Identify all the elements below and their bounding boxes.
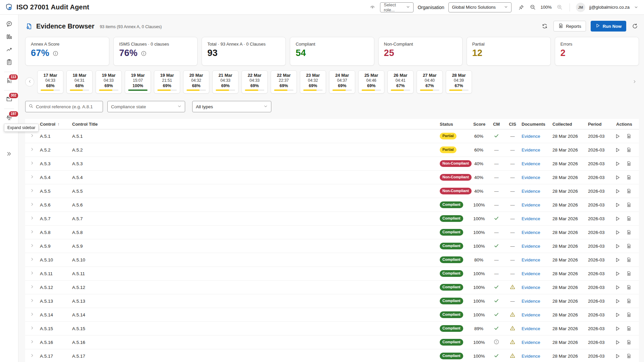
expand-row-icon[interactable] xyxy=(30,175,34,179)
timeline-card[interactable]: 22 Mar04:3369% xyxy=(241,70,268,94)
row-report-icon[interactable] xyxy=(626,230,632,235)
sidebar-item-dashboard[interactable] xyxy=(2,31,16,43)
expand-sidebar-button[interactable] xyxy=(2,148,16,160)
evidence-link[interactable]: Evidence xyxy=(522,257,540,262)
sidebar-item-evidence[interactable]: 113 xyxy=(2,75,16,87)
run-control-icon[interactable] xyxy=(615,133,621,139)
sidebar-item-trends[interactable] xyxy=(2,44,16,56)
row-report-icon[interactable] xyxy=(626,133,632,139)
column-header-period[interactable]: Period xyxy=(587,122,612,127)
expand-row-icon[interactable] xyxy=(30,161,34,165)
zoom-out-icon[interactable] xyxy=(529,3,537,11)
type-filter-select[interactable]: All types xyxy=(192,101,271,112)
evidence-link[interactable]: Evidence xyxy=(522,271,540,276)
run-control-icon[interactable] xyxy=(615,271,621,277)
run-control-icon[interactable] xyxy=(615,216,621,222)
run-control-icon[interactable] xyxy=(615,257,621,263)
row-report-icon[interactable] xyxy=(626,216,632,221)
expand-row-icon[interactable] xyxy=(30,312,34,316)
evidence-link[interactable]: Evidence xyxy=(522,340,540,345)
timeline-prev-button[interactable] xyxy=(25,77,34,86)
row-report-icon[interactable] xyxy=(626,243,632,249)
evidence-link[interactable]: Evidence xyxy=(522,202,540,207)
run-control-icon[interactable] xyxy=(615,161,621,167)
run-now-button[interactable]: Run Now xyxy=(591,21,626,32)
expand-row-icon[interactable] xyxy=(30,326,34,330)
control-search-input[interactable] xyxy=(36,104,100,109)
expand-row-icon[interactable] xyxy=(30,353,34,358)
row-report-icon[interactable] xyxy=(626,147,632,153)
timeline-card[interactable]: 22 Mar22:3769% xyxy=(271,70,297,94)
row-report-icon[interactable] xyxy=(626,202,632,207)
evidence-link[interactable]: Evidence xyxy=(522,230,540,235)
timeline-next-button[interactable] xyxy=(630,77,639,86)
run-control-icon[interactable] xyxy=(615,188,621,194)
sidebar-item-compliance[interactable]: 197 xyxy=(2,112,16,124)
run-control-icon[interactable] xyxy=(615,298,621,304)
sidebar-item-checklist[interactable] xyxy=(2,57,16,69)
row-report-icon[interactable] xyxy=(626,340,632,345)
timeline-card[interactable]: 19 Mar21:5169% xyxy=(154,70,180,94)
row-report-icon[interactable] xyxy=(626,326,632,331)
expand-row-icon[interactable] xyxy=(30,202,34,206)
timeline-card[interactable]: 25 Mar04:4669% xyxy=(358,70,384,94)
row-report-icon[interactable] xyxy=(626,312,632,317)
compliance-state-select[interactable]: Compliance state xyxy=(107,101,185,112)
organisation-select[interactable]: Global Micro Solutions xyxy=(448,2,512,12)
run-control-icon[interactable] xyxy=(615,340,621,345)
run-control-icon[interactable] xyxy=(615,202,621,208)
info-icon[interactable] xyxy=(53,51,58,56)
timeline-card[interactable]: 21 Mar04:3369% xyxy=(212,70,238,94)
run-control-icon[interactable] xyxy=(615,147,621,153)
info-icon[interactable] xyxy=(141,51,147,56)
evidence-link[interactable]: Evidence xyxy=(522,244,540,249)
evidence-link[interactable]: Evidence xyxy=(522,216,540,221)
expand-row-icon[interactable] xyxy=(30,133,34,138)
timeline-card[interactable]: 19 Mar04:3369% xyxy=(96,70,122,94)
row-report-icon[interactable] xyxy=(626,271,632,276)
evidence-link[interactable]: Evidence xyxy=(522,147,540,153)
avatar[interactable]: JM xyxy=(576,3,585,12)
timeline-card[interactable]: 24 Mar04:3769% xyxy=(329,70,355,94)
timeline-card[interactable]: 20 Mar04:3268% xyxy=(183,70,209,94)
evidence-link[interactable]: Evidence xyxy=(522,134,540,139)
timeline-card[interactable]: 17 Mar04:3368% xyxy=(37,70,63,94)
column-header-status[interactable]: Status xyxy=(438,122,472,127)
timeline-card[interactable]: 18 Mar04:3168% xyxy=(66,70,93,94)
run-control-icon[interactable] xyxy=(615,230,621,235)
run-control-icon[interactable] xyxy=(615,175,621,180)
run-control-icon[interactable] xyxy=(615,285,621,290)
expand-row-icon[interactable] xyxy=(30,340,34,344)
pin-icon[interactable] xyxy=(518,4,525,11)
evidence-link[interactable]: Evidence xyxy=(522,326,540,331)
expand-row-icon[interactable] xyxy=(30,216,34,220)
run-control-icon[interactable] xyxy=(615,353,621,359)
zoom-in-icon[interactable] xyxy=(556,3,564,11)
timeline-card[interactable]: 23 Mar04:3269% xyxy=(300,70,326,94)
column-header-control-title[interactable]: Control Title xyxy=(71,122,438,127)
row-report-icon[interactable] xyxy=(626,175,632,180)
reports-button[interactable]: Reports xyxy=(553,21,586,32)
timeline-card[interactable]: 28 Mar04:3967% xyxy=(446,70,472,94)
expand-row-icon[interactable] xyxy=(30,147,34,152)
sidebar-item-chat[interactable] xyxy=(2,18,16,31)
evidence-link[interactable]: Evidence xyxy=(522,161,540,166)
expand-row-icon[interactable] xyxy=(30,271,34,275)
evidence-link[interactable]: Evidence xyxy=(522,175,540,180)
evidence-link[interactable]: Evidence xyxy=(522,312,540,317)
column-header-score[interactable]: Score xyxy=(472,122,488,127)
evidence-link[interactable]: Evidence xyxy=(522,354,540,359)
row-report-icon[interactable] xyxy=(626,353,632,359)
row-report-icon[interactable] xyxy=(626,285,632,290)
refresh-icon[interactable] xyxy=(631,22,639,30)
sync-icon[interactable] xyxy=(541,22,549,30)
evidence-link[interactable]: Evidence xyxy=(522,189,540,194)
timeline-card[interactable]: 19 Mar15:07100% xyxy=(125,70,151,94)
column-header-cm[interactable]: CM xyxy=(488,122,505,127)
timeline-card[interactable]: 26 Mar04:4167% xyxy=(387,70,414,94)
run-control-icon[interactable] xyxy=(615,243,621,249)
timeline-card[interactable]: 27 Mar04:4067% xyxy=(417,70,443,94)
row-report-icon[interactable] xyxy=(626,161,632,166)
row-report-icon[interactable] xyxy=(626,257,632,262)
expand-row-icon[interactable] xyxy=(30,230,34,234)
